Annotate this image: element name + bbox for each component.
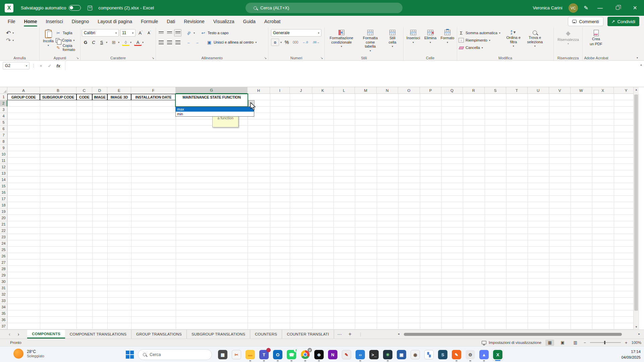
column-header-u[interactable]: U xyxy=(528,87,549,94)
chevron-down-icon[interactable]: ▾ xyxy=(106,41,107,44)
row-header-37[interactable]: 37 xyxy=(0,323,7,329)
onenote-icon[interactable]: N xyxy=(327,349,338,360)
create-pdf-button[interactable]: Crea un PDF xyxy=(584,29,608,47)
sql-tool-icon[interactable]: S xyxy=(437,349,448,360)
copy-button[interactable]: Copia▾ xyxy=(56,37,79,44)
menu-tab-layout-di-pagina[interactable]: Layout di pagina xyxy=(93,16,137,27)
virtualbox-icon[interactable]: ▣ xyxy=(396,349,407,360)
clear-button[interactable]: Cancella▾ xyxy=(459,44,500,51)
collapse-formula-bar-icon[interactable]: ▾ xyxy=(640,63,642,67)
column-header-q[interactable]: Q xyxy=(441,87,463,94)
italic-button[interactable]: C xyxy=(90,39,97,46)
row-header-34[interactable]: 34 xyxy=(0,304,7,310)
row-header-32[interactable]: 32 xyxy=(0,291,7,298)
align-bottom-button[interactable] xyxy=(174,29,181,37)
row-header-21[interactable]: 21 xyxy=(0,221,7,228)
row-header-22[interactable]: 22 xyxy=(0,228,7,234)
comma-style-button[interactable]: 000 xyxy=(292,39,299,46)
row-header-6[interactable]: 6 xyxy=(0,126,7,132)
scroll-right-icon[interactable]: ▸ xyxy=(638,332,640,336)
image-editor-icon[interactable]: ✎ xyxy=(341,349,352,360)
minimize-button[interactable]: — xyxy=(594,2,606,14)
column-header-s[interactable]: S xyxy=(485,87,506,94)
task-view-icon[interactable]: ▦ xyxy=(217,349,228,360)
menu-tab-inserisci[interactable]: Inserisci xyxy=(41,16,67,27)
save-icon[interactable] xyxy=(88,6,92,10)
orange-pen-app-icon[interactable]: ✎ xyxy=(451,349,462,360)
row-header-31[interactable]: 31 xyxy=(0,285,7,291)
sheet-tab-group-translations[interactable]: GROUP TRANSLATIONS xyxy=(131,330,187,339)
column-header-c[interactable]: C xyxy=(76,87,92,94)
shrink-font-button[interactable]: Aˇ xyxy=(146,29,153,37)
chevron-down-icon[interactable]: ▾ xyxy=(12,39,14,42)
taskbar-search[interactable]: Cerca xyxy=(138,349,212,360)
column-header-t[interactable]: T xyxy=(506,87,528,94)
header-cell-group-code[interactable]: GROUP CODE xyxy=(7,94,40,100)
chatgpt-icon[interactable]: ⊛ xyxy=(313,349,325,360)
photos-icon[interactable]: ▲ xyxy=(478,349,490,360)
select-all-corner[interactable] xyxy=(0,87,7,94)
header-cell-code[interactable]: CODE xyxy=(76,94,92,100)
column-header-w[interactable]: W xyxy=(571,87,592,94)
header-cell-image-3d[interactable]: IMAGE 3D xyxy=(107,94,131,100)
row-header-10[interactable]: 10 xyxy=(0,151,7,158)
start-button[interactable] xyxy=(126,351,134,359)
format-painter-button[interactable]: ✎Copia formato xyxy=(56,44,79,51)
sheet-nav-prev-icon[interactable]: ‹ xyxy=(9,331,10,337)
find-select-button[interactable]: Trova e seleziona ▾ xyxy=(524,29,546,54)
insert-function-icon[interactable]: fx xyxy=(55,62,62,69)
wrap-text-button[interactable]: ↩ Testo a capo xyxy=(201,31,228,36)
format-cells-button[interactable]: ▬ Formato ▾ xyxy=(439,29,456,54)
row-header-28[interactable]: 28 xyxy=(0,266,7,272)
formula-input[interactable] xyxy=(65,61,644,70)
row-header-4[interactable]: 4 xyxy=(0,113,7,119)
row-header-1[interactable]: 1 xyxy=(0,94,7,100)
menu-tab-acrobat[interactable]: Acrobat xyxy=(260,16,285,27)
decrease-indent-button[interactable]: ← xyxy=(185,39,193,46)
weather-widget[interactable]: 28°C Soleggiato xyxy=(13,349,44,359)
row-header-23[interactable]: 23 xyxy=(0,234,7,240)
row-header-13[interactable]: 13 xyxy=(0,170,7,177)
column-header-b[interactable]: B xyxy=(40,87,76,94)
zoom-slider[interactable] xyxy=(590,342,621,343)
format-as-table-button[interactable]: Formatta come tabella ▾ xyxy=(358,29,382,54)
align-center-button[interactable] xyxy=(166,39,173,46)
mobaxterm-icon[interactable]: ✳ xyxy=(382,349,393,360)
vertical-scrollbar[interactable]: ▲ ▼ xyxy=(633,87,639,329)
row-header-35[interactable]: 35 xyxy=(0,310,7,317)
row-header-2[interactable]: 2 xyxy=(0,100,7,107)
cells-area[interactable] xyxy=(7,94,639,329)
row-header-14[interactable]: 14 xyxy=(0,177,7,183)
row-header-29[interactable]: 29 xyxy=(0,272,7,279)
row-header-16[interactable]: 16 xyxy=(0,189,7,196)
redo-button[interactable]: ↷ xyxy=(6,37,11,44)
row-header-8[interactable]: 8 xyxy=(0,138,7,145)
sheet-tab-components[interactable]: COMPONENTS xyxy=(27,330,65,339)
pixel-app-icon[interactable]: ▚ xyxy=(423,349,435,360)
cut-button[interactable]: ✂Taglia xyxy=(56,29,79,37)
display-settings-button[interactable]: Impostazioni di visualizzazione xyxy=(482,341,541,345)
column-header-x[interactable]: X xyxy=(592,87,614,94)
cell-styles-button[interactable]: Stili cella ▾ xyxy=(384,29,401,54)
row-header-12[interactable]: 12 xyxy=(0,164,7,170)
chevron-down-icon[interactable]: ▾ xyxy=(118,41,119,44)
chevron-down-icon[interactable]: ▾ xyxy=(142,41,144,44)
dialog-launcher-icon[interactable]: ↘ xyxy=(152,56,154,60)
chrome-icon[interactable]: V xyxy=(300,349,311,360)
fill-color-button[interactable]: ◊ xyxy=(122,40,129,45)
row-header-27[interactable]: 27 xyxy=(0,259,7,266)
row-header-26[interactable]: 26 xyxy=(0,253,7,259)
teams-icon[interactable]: T xyxy=(258,349,270,360)
name-box[interactable]: G2▾ xyxy=(3,62,30,69)
row-header-18[interactable]: 18 xyxy=(0,202,7,208)
chevron-down-icon[interactable]: ▾ xyxy=(280,41,282,44)
align-right-button[interactable] xyxy=(174,39,181,46)
menu-tab-guida[interactable]: Guida xyxy=(239,16,260,27)
delete-cells-button[interactable]: ✕ Elimina ▾ xyxy=(422,29,438,54)
font-name-select[interactable]: Calibri▾ xyxy=(82,29,119,37)
vertical-scroll-thumb[interactable] xyxy=(634,95,638,311)
header-cell-installation-date[interactable]: INSTALLATION DATE xyxy=(131,94,176,100)
sheet-tab-counters[interactable]: COUNTERS xyxy=(250,330,282,339)
dropdown-option-min[interactable]: min xyxy=(176,112,254,116)
scroll-up-icon[interactable]: ▲ xyxy=(634,88,639,91)
